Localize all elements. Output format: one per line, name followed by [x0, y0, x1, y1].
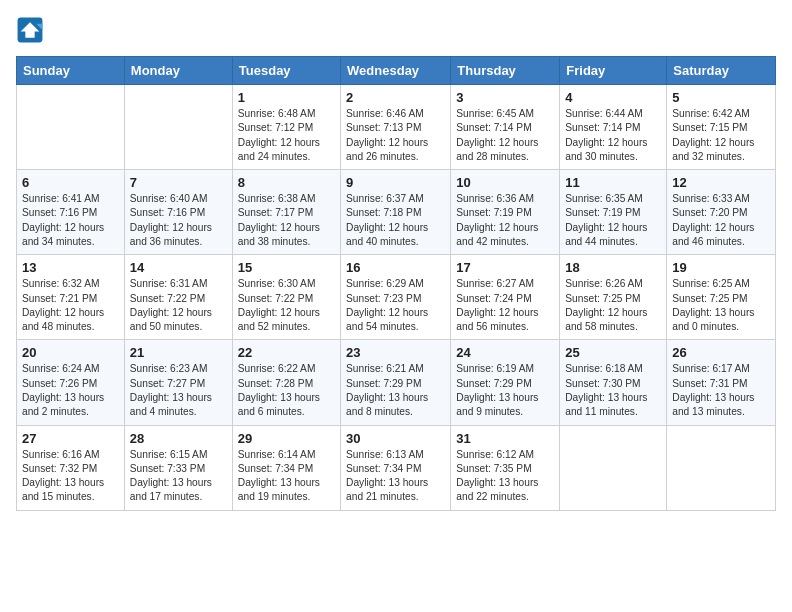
day-number: 25: [565, 345, 661, 360]
day-info: Sunrise: 6:30 AM Sunset: 7:22 PM Dayligh…: [238, 277, 335, 334]
calendar-cell: 11Sunrise: 6:35 AM Sunset: 7:19 PM Dayli…: [560, 170, 667, 255]
calendar-week-3: 13Sunrise: 6:32 AM Sunset: 7:21 PM Dayli…: [17, 255, 776, 340]
day-number: 5: [672, 90, 770, 105]
day-info: Sunrise: 6:24 AM Sunset: 7:26 PM Dayligh…: [22, 362, 119, 419]
day-info: Sunrise: 6:21 AM Sunset: 7:29 PM Dayligh…: [346, 362, 445, 419]
day-number: 30: [346, 431, 445, 446]
day-number: 7: [130, 175, 227, 190]
day-number: 24: [456, 345, 554, 360]
day-info: Sunrise: 6:12 AM Sunset: 7:35 PM Dayligh…: [456, 448, 554, 505]
calendar-cell: 1Sunrise: 6:48 AM Sunset: 7:12 PM Daylig…: [232, 85, 340, 170]
day-number: 9: [346, 175, 445, 190]
day-number: 4: [565, 90, 661, 105]
day-number: 3: [456, 90, 554, 105]
day-info: Sunrise: 6:42 AM Sunset: 7:15 PM Dayligh…: [672, 107, 770, 164]
day-number: 16: [346, 260, 445, 275]
day-info: Sunrise: 6:16 AM Sunset: 7:32 PM Dayligh…: [22, 448, 119, 505]
header: [16, 16, 776, 44]
day-number: 2: [346, 90, 445, 105]
calendar-cell: 17Sunrise: 6:27 AM Sunset: 7:24 PM Dayli…: [451, 255, 560, 340]
calendar-cell: [124, 85, 232, 170]
day-number: 14: [130, 260, 227, 275]
calendar-week-5: 27Sunrise: 6:16 AM Sunset: 7:32 PM Dayli…: [17, 425, 776, 510]
logo-icon: [16, 16, 44, 44]
day-info: Sunrise: 6:26 AM Sunset: 7:25 PM Dayligh…: [565, 277, 661, 334]
weekday-header-saturday: Saturday: [667, 57, 776, 85]
calendar-cell: 26Sunrise: 6:17 AM Sunset: 7:31 PM Dayli…: [667, 340, 776, 425]
calendar-cell: 29Sunrise: 6:14 AM Sunset: 7:34 PM Dayli…: [232, 425, 340, 510]
weekday-header-friday: Friday: [560, 57, 667, 85]
calendar-cell: 12Sunrise: 6:33 AM Sunset: 7:20 PM Dayli…: [667, 170, 776, 255]
calendar-cell: 15Sunrise: 6:30 AM Sunset: 7:22 PM Dayli…: [232, 255, 340, 340]
day-info: Sunrise: 6:33 AM Sunset: 7:20 PM Dayligh…: [672, 192, 770, 249]
calendar-cell: 25Sunrise: 6:18 AM Sunset: 7:30 PM Dayli…: [560, 340, 667, 425]
day-info: Sunrise: 6:31 AM Sunset: 7:22 PM Dayligh…: [130, 277, 227, 334]
day-number: 23: [346, 345, 445, 360]
day-info: Sunrise: 6:37 AM Sunset: 7:18 PM Dayligh…: [346, 192, 445, 249]
day-info: Sunrise: 6:29 AM Sunset: 7:23 PM Dayligh…: [346, 277, 445, 334]
calendar-table: SundayMondayTuesdayWednesdayThursdayFrid…: [16, 56, 776, 511]
day-number: 21: [130, 345, 227, 360]
day-info: Sunrise: 6:17 AM Sunset: 7:31 PM Dayligh…: [672, 362, 770, 419]
day-info: Sunrise: 6:25 AM Sunset: 7:25 PM Dayligh…: [672, 277, 770, 334]
calendar-cell: 18Sunrise: 6:26 AM Sunset: 7:25 PM Dayli…: [560, 255, 667, 340]
calendar-cell: 23Sunrise: 6:21 AM Sunset: 7:29 PM Dayli…: [341, 340, 451, 425]
calendar-cell: 6Sunrise: 6:41 AM Sunset: 7:16 PM Daylig…: [17, 170, 125, 255]
day-number: 18: [565, 260, 661, 275]
day-info: Sunrise: 6:19 AM Sunset: 7:29 PM Dayligh…: [456, 362, 554, 419]
calendar-cell: 14Sunrise: 6:31 AM Sunset: 7:22 PM Dayli…: [124, 255, 232, 340]
calendar-cell: 2Sunrise: 6:46 AM Sunset: 7:13 PM Daylig…: [341, 85, 451, 170]
calendar-cell: 21Sunrise: 6:23 AM Sunset: 7:27 PM Dayli…: [124, 340, 232, 425]
day-info: Sunrise: 6:44 AM Sunset: 7:14 PM Dayligh…: [565, 107, 661, 164]
calendar-cell: 13Sunrise: 6:32 AM Sunset: 7:21 PM Dayli…: [17, 255, 125, 340]
day-number: 8: [238, 175, 335, 190]
day-info: Sunrise: 6:45 AM Sunset: 7:14 PM Dayligh…: [456, 107, 554, 164]
day-number: 29: [238, 431, 335, 446]
day-info: Sunrise: 6:15 AM Sunset: 7:33 PM Dayligh…: [130, 448, 227, 505]
calendar-cell: [667, 425, 776, 510]
calendar-cell: [17, 85, 125, 170]
day-number: 6: [22, 175, 119, 190]
calendar-cell: 30Sunrise: 6:13 AM Sunset: 7:34 PM Dayli…: [341, 425, 451, 510]
calendar-cell: 5Sunrise: 6:42 AM Sunset: 7:15 PM Daylig…: [667, 85, 776, 170]
day-info: Sunrise: 6:27 AM Sunset: 7:24 PM Dayligh…: [456, 277, 554, 334]
day-info: Sunrise: 6:22 AM Sunset: 7:28 PM Dayligh…: [238, 362, 335, 419]
weekday-header-tuesday: Tuesday: [232, 57, 340, 85]
calendar-cell: 10Sunrise: 6:36 AM Sunset: 7:19 PM Dayli…: [451, 170, 560, 255]
day-info: Sunrise: 6:13 AM Sunset: 7:34 PM Dayligh…: [346, 448, 445, 505]
calendar-cell: 27Sunrise: 6:16 AM Sunset: 7:32 PM Dayli…: [17, 425, 125, 510]
day-number: 12: [672, 175, 770, 190]
day-number: 11: [565, 175, 661, 190]
calendar-cell: 19Sunrise: 6:25 AM Sunset: 7:25 PM Dayli…: [667, 255, 776, 340]
calendar-cell: 24Sunrise: 6:19 AM Sunset: 7:29 PM Dayli…: [451, 340, 560, 425]
day-info: Sunrise: 6:18 AM Sunset: 7:30 PM Dayligh…: [565, 362, 661, 419]
day-info: Sunrise: 6:23 AM Sunset: 7:27 PM Dayligh…: [130, 362, 227, 419]
day-info: Sunrise: 6:35 AM Sunset: 7:19 PM Dayligh…: [565, 192, 661, 249]
day-number: 22: [238, 345, 335, 360]
day-info: Sunrise: 6:41 AM Sunset: 7:16 PM Dayligh…: [22, 192, 119, 249]
calendar-cell: 28Sunrise: 6:15 AM Sunset: 7:33 PM Dayli…: [124, 425, 232, 510]
calendar-cell: 7Sunrise: 6:40 AM Sunset: 7:16 PM Daylig…: [124, 170, 232, 255]
day-info: Sunrise: 6:40 AM Sunset: 7:16 PM Dayligh…: [130, 192, 227, 249]
day-number: 28: [130, 431, 227, 446]
day-number: 27: [22, 431, 119, 446]
day-number: 19: [672, 260, 770, 275]
calendar-cell: 8Sunrise: 6:38 AM Sunset: 7:17 PM Daylig…: [232, 170, 340, 255]
calendar-cell: 3Sunrise: 6:45 AM Sunset: 7:14 PM Daylig…: [451, 85, 560, 170]
calendar-cell: [560, 425, 667, 510]
day-number: 26: [672, 345, 770, 360]
weekday-header-wednesday: Wednesday: [341, 57, 451, 85]
day-info: Sunrise: 6:46 AM Sunset: 7:13 PM Dayligh…: [346, 107, 445, 164]
day-info: Sunrise: 6:48 AM Sunset: 7:12 PM Dayligh…: [238, 107, 335, 164]
calendar-cell: 31Sunrise: 6:12 AM Sunset: 7:35 PM Dayli…: [451, 425, 560, 510]
day-number: 10: [456, 175, 554, 190]
calendar-cell: 20Sunrise: 6:24 AM Sunset: 7:26 PM Dayli…: [17, 340, 125, 425]
calendar-cell: 16Sunrise: 6:29 AM Sunset: 7:23 PM Dayli…: [341, 255, 451, 340]
day-number: 15: [238, 260, 335, 275]
day-info: Sunrise: 6:32 AM Sunset: 7:21 PM Dayligh…: [22, 277, 119, 334]
calendar-week-2: 6Sunrise: 6:41 AM Sunset: 7:16 PM Daylig…: [17, 170, 776, 255]
calendar-cell: 22Sunrise: 6:22 AM Sunset: 7:28 PM Dayli…: [232, 340, 340, 425]
calendar-week-4: 20Sunrise: 6:24 AM Sunset: 7:26 PM Dayli…: [17, 340, 776, 425]
calendar-week-1: 1Sunrise: 6:48 AM Sunset: 7:12 PM Daylig…: [17, 85, 776, 170]
logo: [16, 16, 48, 44]
